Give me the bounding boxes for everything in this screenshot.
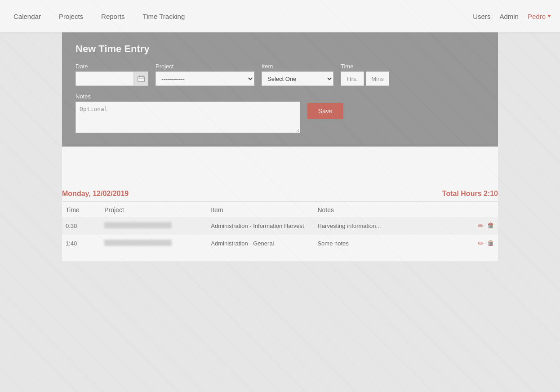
row1-project-blur [104, 222, 172, 228]
row2-project-blur [104, 240, 172, 246]
